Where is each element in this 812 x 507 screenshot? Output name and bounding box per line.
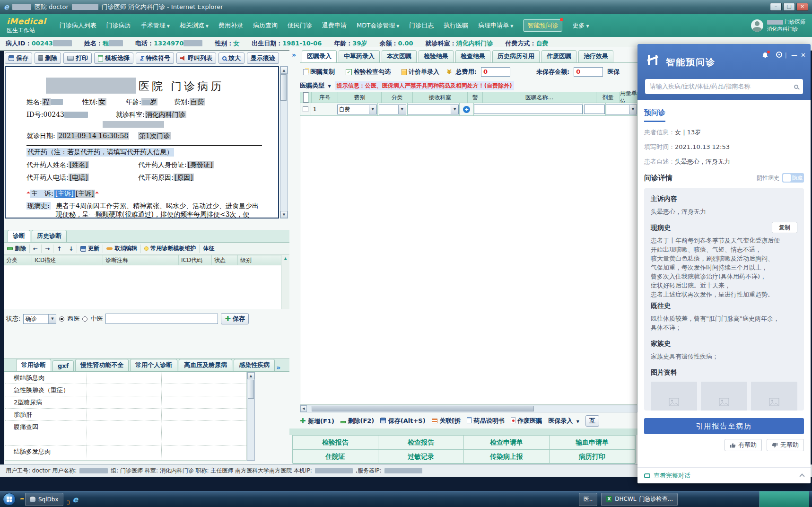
save-order-button[interactable]: 保存(Alt+S) — [380, 417, 425, 425]
dose-input[interactable] — [584, 105, 605, 114]
price-entry-button[interactable]: 计价单录入 — [398, 66, 443, 78]
tab-infectious-disease[interactable]: 感染性疾病 — [234, 359, 275, 371]
diagnosis-grid-body[interactable] — [4, 265, 281, 309]
tab-treatment-effect[interactable]: 治疗效果 — [578, 50, 613, 62]
insurance-entry-dropdown[interactable]: 医保录入 ▼ — [548, 417, 579, 425]
zoom-button[interactable]: 放大 — [218, 52, 244, 64]
tab-hypertension-diabetes[interactable]: 高血压及糖尿病 — [179, 359, 232, 371]
tab-herbal-entry[interactable]: 中草药录入 — [339, 50, 380, 62]
order-name-input[interactable] — [474, 105, 583, 114]
scroll-thumb[interactable] — [312, 406, 534, 411]
receive-dept-select[interactable]: ▼ — [408, 105, 459, 114]
radio-chinese-medicine[interactable] — [82, 316, 87, 322]
diag-delete-button[interactable]: 删除 — [4, 245, 30, 253]
diagnosis-input[interactable] — [105, 314, 218, 324]
expand-panel-icon[interactable]: » — [292, 51, 296, 59]
nav-item-execute-orders[interactable]: 执行医嘱 — [444, 21, 468, 30]
nav-item-more[interactable]: 更多▼ — [572, 21, 589, 30]
minimize-button[interactable]: – — [770, 3, 782, 11]
image-placeholder[interactable] — [651, 382, 697, 411]
save-button[interactable]: 保存 — [5, 52, 32, 64]
fee-type-select[interactable]: 自费▼ — [337, 105, 377, 114]
copy-button[interactable]: 复制 — [772, 222, 797, 233]
list-scrollbar[interactable]: ▲ — [247, 372, 255, 461]
row-checkbox[interactable] — [303, 106, 308, 112]
diag-cancel-edit-button[interactable]: 取消编辑 — [103, 245, 141, 253]
helpful-button[interactable]: 有帮助 — [725, 439, 762, 451]
exam-request-button[interactable]: 检查申请单 — [464, 436, 550, 450]
void-order-button[interactable]: 作废医嘱 — [511, 417, 542, 425]
diag-left-button[interactable]: ← — [30, 245, 42, 253]
nav-item-outpatient-record[interactable]: 门诊病历 — [106, 21, 131, 30]
taskbar-sqldbx-button[interactable]: SqlDbx — [25, 493, 63, 506]
list-item[interactable]: 结肠多发息肉 — [5, 446, 246, 458]
list-item[interactable] — [5, 433, 246, 446]
tab-gxf[interactable]: gxf — [52, 360, 74, 371]
select-all-checkbox[interactable] — [303, 92, 309, 103]
scroll-left-icon[interactable]: ◀ — [300, 405, 307, 412]
order-type-dropdown[interactable]: 医嘱类型 ▼ — [300, 81, 331, 90]
image-placeholder[interactable] — [751, 382, 797, 411]
add-circle-icon[interactable]: + — [463, 106, 470, 113]
ie-taskbar-icon[interactable]: e — [73, 495, 79, 504]
search-input[interactable]: 请输入疾病/症状/体征/药品/指南名称 — [645, 79, 803, 94]
class-select[interactable]: ▼ — [379, 105, 406, 114]
cite-report-button[interactable]: 引用报告至病历 — [644, 418, 804, 434]
tabs-scroll-right-icon[interactable]: » — [276, 364, 280, 371]
tab-voided-orders[interactable]: 作废医嘱 — [541, 50, 576, 62]
list-item[interactable]: 腹痛查因 — [5, 421, 246, 433]
diagnosis-scrollbar[interactable]: ▲ — [281, 255, 289, 309]
diag-up-button[interactable]: ↑ — [53, 245, 65, 253]
delete-button[interactable]: 删除 — [35, 52, 61, 64]
user-info[interactable]: 门诊医师 消化内科门诊 — [751, 18, 806, 33]
tab-diagnosis[interactable]: 诊断 — [8, 230, 30, 242]
nav-item-fee-supplement[interactable]: 费用补录 — [218, 21, 243, 30]
delete-order-button[interactable]: 删除(F2) — [341, 417, 374, 425]
tab-lab-results[interactable]: 检验结果 — [419, 50, 454, 62]
list-item[interactable]: 急性胰腺炎（重症） — [5, 384, 246, 396]
list-item[interactable]: 脂肪肝 — [5, 409, 246, 421]
list-item[interactable]: 2型糖尿病 — [5, 396, 246, 409]
order-copy-button[interactable]: 医嘱复制 — [300, 66, 338, 78]
diag-update-button[interactable]: 更新 — [77, 245, 103, 253]
lab-check-button[interactable]: ✓检验检查勾选 — [342, 66, 394, 78]
minimize-icon[interactable]: — — [791, 52, 797, 59]
tab-current-orders[interactable]: 本次医嘱 — [382, 50, 417, 62]
maximize-button[interactable]: ▢ — [783, 3, 795, 11]
negative-history-toggle[interactable]: 隐藏 — [782, 173, 804, 183]
diag-template-button[interactable]: 常用诊断模板维护 — [141, 245, 200, 253]
diag-down-button[interactable]: ↓ — [65, 245, 77, 253]
tab-common-diagnosis[interactable]: 常用诊断 — [16, 359, 51, 371]
nav-item-clinic-log[interactable]: 门诊日志 — [409, 21, 434, 30]
scroll-thumb[interactable] — [280, 74, 287, 101]
link-split-button[interactable]: 关联[拆 — [432, 417, 461, 425]
infectious-report-button[interactable]: 传染病上报 — [464, 450, 550, 464]
unsaved-amount-input[interactable]: 0 — [574, 67, 603, 77]
nav-item-convenience-clinic[interactable]: 便民门诊 — [288, 21, 312, 30]
insurance-button[interactable]: 医保 — [607, 68, 620, 76]
admission-cert-button[interactable]: 住院证 — [293, 450, 378, 464]
call-list-button[interactable]: 呼叫列表 — [176, 52, 216, 64]
tab-personal-diagnosis[interactable]: 常用个人诊断 — [130, 359, 177, 371]
nav-item-pathology-request[interactable]: 病理申请单▼ — [478, 21, 513, 30]
nav-item-smart-preconsult[interactable]: 智能预问诊 — [523, 19, 562, 32]
tab-preconsult[interactable]: 预问诊 — [644, 108, 665, 122]
chevron-up-icon[interactable] — [799, 473, 804, 479]
scroll-up-icon[interactable]: ▲ — [247, 372, 254, 379]
view-full-dialog-link[interactable]: 查看完整对话 — [654, 472, 690, 480]
list-item[interactable]: 横结肠息肉 — [5, 372, 246, 384]
orders-grid-body[interactable] — [300, 116, 637, 405]
bell-icon[interactable] — [761, 52, 769, 61]
nav-item-surgery[interactable]: 手术管理▼ — [141, 21, 170, 30]
tab-history-diagnosis[interactable]: 历史诊断 — [32, 230, 67, 242]
radio-western-medicine[interactable] — [59, 316, 64, 322]
nav-item-patient-list[interactable]: 门诊病人列表 — [60, 21, 96, 30]
nav-item-record-query[interactable]: 病历查询 — [253, 21, 278, 30]
close-button[interactable]: × — [796, 3, 808, 11]
nav-item-mdt[interactable]: MDT会诊管理▼ — [357, 21, 399, 30]
tab-order-entry[interactable]: 医嘱录入 — [302, 50, 337, 62]
settings-icon[interactable] — [776, 52, 782, 59]
allergy-record-button[interactable]: 过敏记录 — [378, 450, 464, 464]
scroll-up-icon[interactable]: ▲ — [280, 67, 288, 74]
taskbar-dhcwl-button[interactable]: XDHCWL_门急诊检查... — [601, 493, 678, 506]
